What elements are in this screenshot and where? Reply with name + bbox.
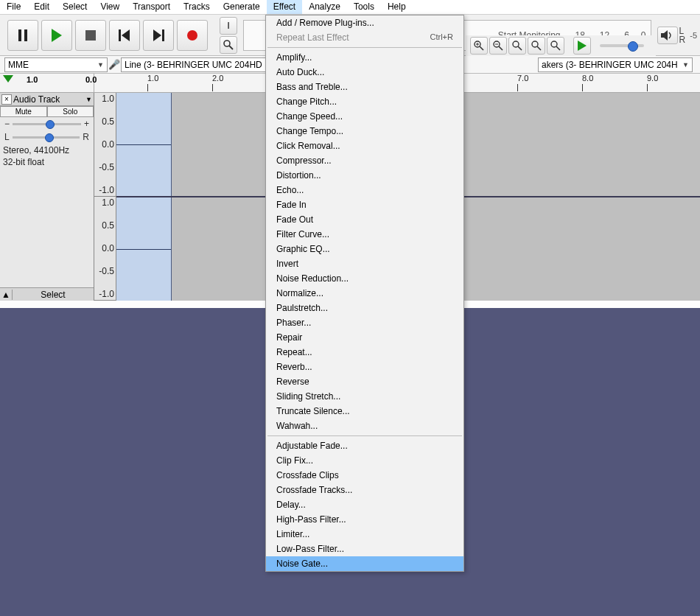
close-track-button[interactable]: × (1, 94, 12, 105)
menu-help[interactable]: Help (381, 0, 413, 14)
mute-button[interactable]: Mute (0, 106, 47, 117)
zoom-out-button[interactable] (489, 37, 507, 55)
effect-item-add-remove-plug-ins[interactable]: Add / Remove Plug-ins... (266, 15, 463, 30)
svg-rect-1 (24, 29, 27, 41)
audio-clip[interactable] (116, 93, 172, 196)
zoom-in-button[interactable] (470, 37, 488, 55)
amp-label: -0.5 (96, 266, 114, 276)
svg-line-10 (229, 46, 233, 49)
menu-view[interactable]: View (94, 0, 126, 14)
collapse-track-button[interactable]: ▲ (0, 290, 12, 300)
effect-item-limiter[interactable]: Limiter... (266, 527, 463, 542)
effect-item-echo[interactable]: Echo... (266, 183, 463, 197)
svg-line-17 (499, 46, 503, 50)
pause-button[interactable] (7, 20, 38, 51)
effect-item-change-tempo[interactable]: Change Tempo... (266, 124, 463, 139)
svg-point-8 (187, 30, 197, 41)
effect-item-repeat[interactable]: Repeat... (266, 345, 463, 360)
amp-label: 0.5 (96, 220, 114, 231)
effect-item-reverb[interactable]: Reverb... (266, 360, 463, 374)
track-menu-icon[interactable]: ▼ (85, 96, 92, 103)
effect-item-noise-reduction[interactable]: Noise Reduction... (266, 271, 463, 286)
menu-select[interactable]: Select (56, 0, 94, 14)
effect-item-adjustable-fade[interactable]: Adjustable Fade... (266, 438, 463, 453)
track-format-info: Stereo, 44100Hz 32-bit float (0, 144, 94, 169)
svg-marker-5 (122, 29, 130, 41)
effect-item-filter-curve[interactable]: Filter Curve... (266, 227, 463, 242)
select-track-button[interactable]: Select (12, 290, 94, 300)
effect-item-amplify[interactable]: Amplify... (266, 50, 463, 65)
effect-item-noise-gate[interactable]: Noise Gate... (266, 556, 463, 571)
effect-item-invert[interactable]: Invert (266, 256, 463, 271)
fit-selection-button[interactable] (508, 37, 526, 55)
track-format-line: 32-bit float (3, 157, 91, 169)
effect-item-high-pass-filter[interactable]: High-Pass Filter... (266, 512, 463, 527)
menu-file[interactable]: File (0, 0, 27, 14)
speaker-icon[interactable] (657, 27, 678, 44)
svg-marker-25 (578, 41, 587, 51)
effect-item-reverse[interactable]: Reverse (266, 374, 463, 389)
zoom-toggle-button[interactable] (547, 37, 564, 55)
effect-item-auto-duck[interactable]: Auto Duck... (266, 65, 463, 80)
effect-item-low-pass-filter[interactable]: Low-Pass Filter... (266, 542, 463, 556)
gain-slider[interactable] (13, 123, 81, 125)
microphone-icon: 🎤 (108, 59, 121, 70)
zoom-buttons (470, 37, 564, 55)
effect-item-distortion[interactable]: Distortion... (266, 168, 463, 183)
track-control-panel: × Audio Track ▼ Mute Solo − + L R Stereo… (0, 93, 94, 301)
playback-speed-slider[interactable] (600, 44, 644, 47)
audio-clip[interactable] (116, 197, 172, 301)
effect-item-fade-in[interactable]: Fade In (266, 197, 463, 212)
amp-label: -1.0 (96, 185, 114, 195)
amplitude-scale: 1.00.50.0-0.5-1.0 1.00.50.0-0.5-1.0 (94, 93, 116, 301)
effect-item-click-removal[interactable]: Click Removal... (266, 139, 463, 153)
play-head-icon (3, 75, 13, 83)
skip-start-button[interactable] (109, 20, 140, 51)
recording-device-select[interactable]: Line (3- BEHRINGER UMC 204HD (121, 57, 268, 72)
effect-item-compressor[interactable]: Compressor... (266, 153, 463, 168)
effect-item-change-pitch[interactable]: Change Pitch... (266, 94, 463, 109)
track-footer: ▲ Select (0, 287, 94, 301)
zoom-tool-icon[interactable] (220, 36, 237, 54)
menu-edit[interactable]: Edit (27, 0, 56, 14)
svg-rect-0 (18, 29, 21, 41)
menu-analyze[interactable]: Analyze (302, 0, 347, 14)
play-button[interactable] (41, 20, 72, 51)
skip-end-button[interactable] (143, 20, 174, 51)
effect-item-crossfade-clips[interactable]: Crossfade Clips (266, 468, 463, 483)
audio-host-select[interactable]: MME▼ (4, 57, 108, 72)
effect-item-repair[interactable]: Repair (266, 330, 463, 345)
effect-item-paulstretch[interactable]: Paulstretch... (266, 301, 463, 315)
record-button[interactable] (177, 20, 208, 51)
effect-item-repeat-last-effect: Repeat Last EffectCtrl+R (266, 30, 463, 45)
effect-item-wahwah[interactable]: Wahwah... (266, 419, 463, 433)
effect-item-phaser[interactable]: Phaser... (266, 315, 463, 330)
effect-item-truncate-silence[interactable]: Truncate Silence... (266, 404, 463, 419)
effect-item-normalize[interactable]: Normalize... (266, 286, 463, 301)
effect-item-crossfade-tracks[interactable]: Crossfade Tracks... (266, 483, 463, 497)
stop-button[interactable] (75, 20, 106, 51)
play-at-speed-button[interactable] (573, 37, 591, 55)
pan-slider[interactable] (13, 136, 80, 139)
track-header[interactable]: × Audio Track ▼ (0, 93, 94, 106)
menu-tracks[interactable]: Tracks (177, 0, 217, 14)
svg-point-19 (513, 41, 519, 47)
fit-project-button[interactable] (528, 37, 545, 55)
effect-item-change-speed[interactable]: Change Speed... (266, 109, 463, 124)
effect-item-fade-out[interactable]: Fade Out (266, 212, 463, 227)
effect-item-sliding-stretch[interactable]: Sliding Stretch... (266, 389, 463, 404)
menu-tools[interactable]: Tools (347, 0, 381, 14)
menu-generate[interactable]: Generate (217, 0, 267, 14)
effect-item-delay[interactable]: Delay... (266, 497, 463, 512)
menu-effect[interactable]: Effect (267, 0, 302, 14)
selection-tool-icon[interactable]: I (220, 17, 237, 35)
effect-item-bass-and-treble[interactable]: Bass and Treble... (266, 80, 463, 94)
playback-meter[interactable]: L R (678, 27, 687, 44)
playback-device-select[interactable]: akers (3- BEHRINGER UMC 204H▼ (538, 57, 693, 72)
gain-slider-row: − + (0, 117, 94, 130)
menu-transport[interactable]: Transport (126, 0, 177, 14)
effect-item-clip-fix[interactable]: Clip Fix... (266, 453, 463, 468)
meter-l: L (679, 27, 686, 35)
effect-item-graphic-eq[interactable]: Graphic EQ... (266, 242, 463, 256)
solo-button[interactable]: Solo (47, 106, 94, 117)
